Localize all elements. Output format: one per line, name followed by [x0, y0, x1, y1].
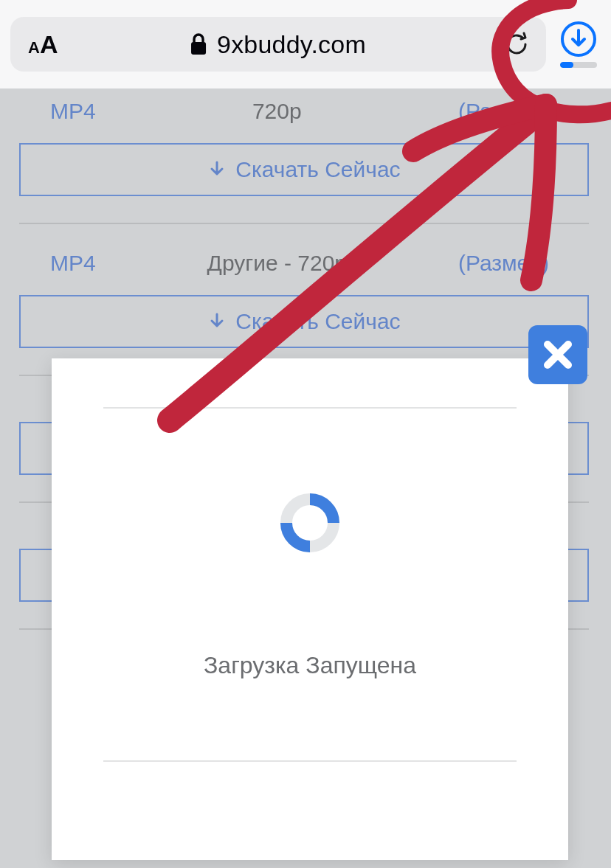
option-info-row: MP4 Другие - 720p (Размер)	[19, 240, 589, 295]
download-arrow-icon	[207, 160, 227, 179]
divider	[103, 407, 517, 409]
format-label: MP4	[50, 99, 96, 124]
download-now-label: Скачать Сейчас	[235, 157, 400, 182]
download-now-button[interactable]: Скачать Сейчас	[19, 295, 589, 348]
large-a-icon: A	[40, 30, 58, 59]
domain-text: 9xbuddy.com	[217, 30, 366, 59]
close-modal-button[interactable]	[528, 325, 587, 384]
download-icon	[560, 21, 597, 58]
svg-rect-0	[191, 42, 206, 55]
quality-label: 720p	[252, 99, 302, 124]
site-identity[interactable]: 9xbuddy.com	[190, 30, 366, 59]
reader-view-button[interactable]: AA	[28, 30, 58, 59]
download-option: MP4 720p (Размер) Скачать Сейчас	[19, 88, 589, 224]
size-link[interactable]: (Размер)	[458, 99, 549, 124]
reload-icon	[502, 29, 531, 59]
small-a-icon: A	[28, 38, 40, 58]
download-arrow-icon	[207, 312, 227, 331]
download-now-button[interactable]: Скачать Сейчас	[19, 143, 589, 196]
downloads-button[interactable]	[556, 21, 601, 68]
download-progress-fill	[560, 62, 573, 68]
download-option: MP4 Другие - 720p (Размер) Скачать Сейча…	[19, 240, 589, 376]
spinner-icon	[277, 490, 343, 556]
close-icon	[540, 337, 576, 372]
loading-spinner	[277, 490, 343, 556]
download-started-modal: Загрузка Запущена	[52, 358, 568, 860]
lock-icon	[190, 33, 207, 55]
address-bar[interactable]: AA 9xbuddy.com	[10, 17, 546, 72]
divider	[103, 760, 517, 762]
download-progress-track	[560, 62, 597, 68]
modal-status-text: Загрузка Запущена	[204, 652, 416, 679]
browser-chrome: AA 9xbuddy.com	[0, 0, 611, 88]
reload-button[interactable]	[502, 29, 531, 59]
download-now-label: Скачать Сейчас	[235, 309, 400, 334]
modal-body: Загрузка Запущена	[103, 358, 517, 762]
quality-label: Другие - 720p	[207, 251, 347, 276]
size-link[interactable]: (Размер)	[458, 251, 549, 276]
format-label: MP4	[50, 251, 96, 276]
option-info-row: MP4 720p (Размер)	[19, 88, 589, 143]
